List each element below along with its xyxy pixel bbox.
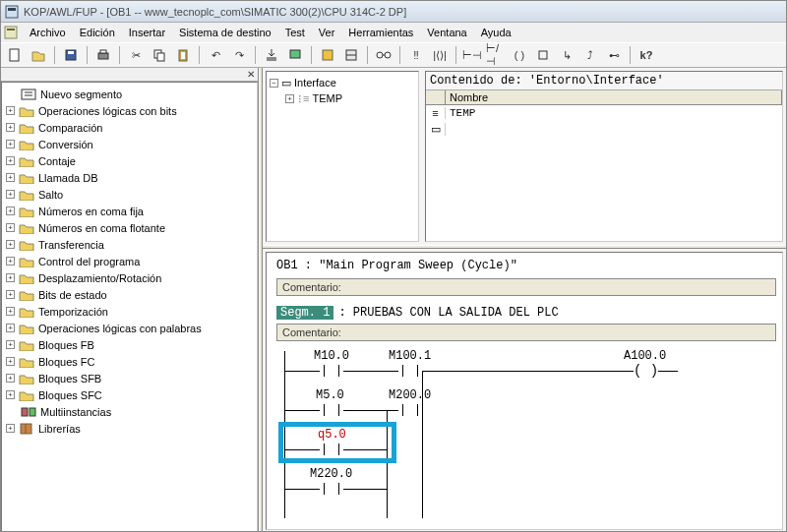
tree-item[interactable]: +Temporización <box>6 303 253 320</box>
tree-item[interactable]: +Control del programa <box>6 253 253 269</box>
close-icon[interactable]: ✕ <box>244 69 258 80</box>
not-equal-icon[interactable]: ‼ <box>405 45 427 65</box>
catalog-tree[interactable]: Nuevo segmento+Operaciones lógicas con b… <box>1 82 258 532</box>
expand-icon[interactable]: + <box>6 140 15 148</box>
expand-icon[interactable]: + <box>6 257 15 266</box>
multi-icon <box>21 405 36 419</box>
catalog-button[interactable] <box>317 45 338 65</box>
tree-item[interactable]: +Bloques FB <box>6 336 253 353</box>
expand-icon[interactable]: + <box>6 173 15 182</box>
title-bar: KOP/AWL/FUP - [OB1 -- www_tecnoplc_com\S… <box>1 1 786 23</box>
menu-ayuda[interactable]: Ayuda <box>474 25 518 40</box>
comment-box[interactable]: Comentario: <box>276 278 776 296</box>
tree-item[interactable]: +Llamada DB <box>6 169 253 186</box>
expand-icon[interactable]: + <box>6 240 15 249</box>
menu-archivo[interactable]: Archivo <box>23 25 73 40</box>
expand-icon[interactable]: + <box>6 190 15 199</box>
tree-item[interactable]: +Bits de estado <box>6 286 253 303</box>
expand-icon[interactable]: + <box>6 273 15 282</box>
contact[interactable] <box>320 363 343 379</box>
tree-item[interactable]: +Números en coma flotante <box>6 219 253 236</box>
menu-sistema[interactable]: Sistema de destino <box>172 25 278 40</box>
connection-icon[interactable]: ⊷ <box>603 45 625 65</box>
tree-item[interactable]: +Operaciones lógicas con palabras <box>6 320 253 336</box>
redo-button[interactable]: ↷ <box>228 45 250 65</box>
tree-item[interactable]: +Operaciones lógicas con bits <box>6 102 253 119</box>
abs-icon[interactable]: |⟨⟩| <box>429 45 451 65</box>
expand-icon[interactable]: + <box>6 156 15 165</box>
tree-item[interactable]: +Bloques SFB <box>6 370 253 386</box>
tree-item[interactable]: Multiinstancias <box>6 403 253 420</box>
menu-ver[interactable]: Ver <box>312 25 342 40</box>
box-icon[interactable] <box>532 45 554 65</box>
cut-button[interactable]: ✂ <box>125 45 147 65</box>
tree-item[interactable]: +Transferencia <box>6 236 253 253</box>
contact[interactable] <box>320 481 343 497</box>
expand-icon[interactable]: + <box>6 207 15 215</box>
branch-close-icon[interactable]: ⤴ <box>579 45 601 65</box>
copy-button[interactable] <box>149 45 170 65</box>
expand-icon[interactable]: + <box>285 94 294 103</box>
contact[interactable] <box>320 402 343 418</box>
tree-item[interactable]: +Salto <box>6 186 253 203</box>
new-button[interactable] <box>4 45 26 65</box>
expand-icon[interactable]: + <box>6 374 15 383</box>
folder-icon <box>19 121 34 135</box>
download-button[interactable] <box>261 45 282 65</box>
expand-icon[interactable]: + <box>6 123 15 132</box>
table-row[interactable]: ▭ <box>426 121 782 137</box>
tree-item[interactable]: +Librerías <box>6 420 253 437</box>
tree-item[interactable]: Nuevo segmento <box>6 86 253 102</box>
ladder-network[interactable]: M10.0 M100.1 ( ) A100.0 M5.0 M200.0 <box>284 351 776 518</box>
contact[interactable] <box>398 402 422 418</box>
coil-icon[interactable]: ( ) <box>509 45 530 65</box>
glasses-icon[interactable] <box>373 45 394 65</box>
tree-item[interactable]: +Desplazamiento/Rotación <box>6 269 253 286</box>
paste-button[interactable] <box>172 45 194 65</box>
contact[interactable] <box>320 442 343 457</box>
tree-item[interactable]: +Números en coma fija <box>6 203 253 219</box>
ladder-editor[interactable]: OB1 : "Main Program Sweep (Cycle)" Comen… <box>266 252 783 530</box>
expand-icon[interactable]: + <box>6 324 15 332</box>
contact[interactable] <box>398 363 422 379</box>
coil[interactable]: ( ) <box>634 363 658 379</box>
expand-icon[interactable]: + <box>6 223 15 232</box>
expand-icon[interactable]: + <box>6 340 15 349</box>
menu-ventana[interactable]: Ventana <box>420 25 473 40</box>
contact-no-icon[interactable]: ⊢⊣ <box>461 45 483 65</box>
expand-icon[interactable]: + <box>6 390 15 399</box>
expand-icon[interactable]: + <box>6 106 15 115</box>
monitor-button[interactable] <box>284 45 306 65</box>
view2-button[interactable] <box>340 45 362 65</box>
tree-item[interactable]: +Conversión <box>6 136 253 152</box>
horizontal-splitter[interactable] <box>263 245 786 249</box>
branch-open-icon[interactable]: ↳ <box>556 45 577 65</box>
segment-badge[interactable]: Segm. 1 <box>276 306 333 320</box>
tree-item[interactable]: +Bloques SFC <box>6 386 253 403</box>
row-temp-label: TEMP <box>446 107 782 119</box>
expand-icon[interactable]: + <box>6 424 15 433</box>
tree-item[interactable]: +Comparación <box>6 119 253 136</box>
menu-test[interactable]: Test <box>278 25 312 40</box>
col-name-header[interactable]: Nombre <box>446 90 782 104</box>
contact-nc-icon[interactable]: ⊢/⊣ <box>485 45 507 65</box>
menu-insertar[interactable]: Insertar <box>122 25 172 40</box>
save-button[interactable] <box>60 45 82 65</box>
tree-item[interactable]: +Contaje <box>6 152 253 169</box>
undo-button[interactable]: ↶ <box>205 45 226 65</box>
segment-comment-box[interactable]: Comentario: <box>276 324 776 341</box>
contact-label: M100.1 <box>389 349 431 363</box>
expand-icon[interactable]: + <box>6 357 15 366</box>
collapse-icon[interactable]: − <box>270 79 278 88</box>
tree-item-label: Salto <box>38 189 63 201</box>
open-button[interactable] <box>28 45 49 65</box>
expand-icon[interactable]: + <box>6 290 15 299</box>
tree-item[interactable]: +Bloques FC <box>6 353 253 370</box>
help-button[interactable]: k? <box>636 45 657 65</box>
menu-herramientas[interactable]: Herramientas <box>341 25 420 40</box>
interface-tree[interactable]: − ▭ Interface + ⫶≡ TEMP <box>266 71 419 242</box>
table-row[interactable]: ≡ TEMP <box>426 105 782 121</box>
expand-icon[interactable]: + <box>6 307 15 316</box>
menu-edicion[interactable]: Edición <box>73 25 122 40</box>
print-button[interactable] <box>92 45 114 65</box>
